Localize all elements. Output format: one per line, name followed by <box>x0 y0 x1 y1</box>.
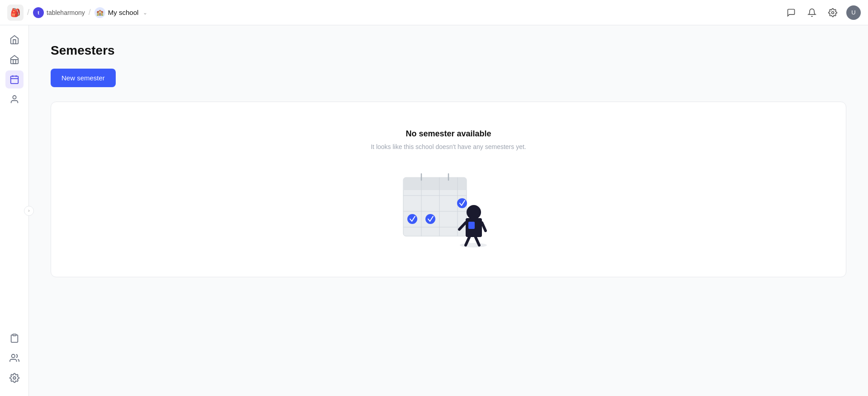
app-logo[interactable]: 🎒 <box>7 5 24 21</box>
chat-button[interactable] <box>784 5 798 20</box>
svg-rect-12 <box>403 186 467 190</box>
svg-point-0 <box>832 11 834 14</box>
sidebar-item-school[interactable] <box>5 51 24 69</box>
settings-button[interactable] <box>826 5 840 20</box>
empty-subtitle: It looks like this school doesn't have a… <box>371 143 526 150</box>
org-avatar: t <box>33 7 44 18</box>
svg-point-8 <box>11 354 14 358</box>
empty-illustration <box>399 168 498 250</box>
topnav: 🎒 / t tableharmony / 🏫 My school ⌄ U <box>0 0 868 25</box>
svg-point-24 <box>460 243 487 247</box>
app-layout: › Semesters New semester No semester ava… <box>0 25 868 396</box>
sidebar: › <box>0 25 29 396</box>
breadcrumb-school[interactable]: 🏫 My school ⌄ <box>94 7 148 18</box>
sidebar-item-home[interactable] <box>5 31 24 49</box>
breadcrumb-sep-2: / <box>89 8 91 17</box>
main-content: Semesters New semester No semester avail… <box>29 25 868 396</box>
svg-point-9 <box>13 377 16 379</box>
school-label: My school <box>108 9 139 16</box>
svg-rect-2 <box>10 76 18 84</box>
sidebar-collapse-button[interactable]: › <box>24 206 34 216</box>
sidebar-bottom <box>5 329 24 391</box>
sidebar-item-clipboard[interactable] <box>5 329 24 347</box>
svg-point-21 <box>457 198 467 208</box>
breadcrumb-org[interactable]: t tableharmony <box>33 7 85 18</box>
user-initial: U <box>851 9 855 16</box>
breadcrumb-sep-1: / <box>27 8 29 17</box>
sidebar-item-team[interactable] <box>5 349 24 367</box>
svg-point-29 <box>467 205 481 219</box>
notifications-button[interactable] <box>805 5 819 20</box>
logo-icon: 🎒 <box>10 8 20 18</box>
new-semester-button[interactable]: New semester <box>51 69 116 87</box>
topnav-actions: U <box>784 5 861 20</box>
sidebar-item-calendar[interactable] <box>5 70 24 89</box>
svg-rect-7 <box>13 334 16 336</box>
sidebar-top <box>5 31 24 329</box>
svg-point-22 <box>407 214 417 224</box>
empty-state-card: No semester available It looks like this… <box>51 102 846 277</box>
svg-point-6 <box>13 96 16 99</box>
org-initial: t <box>38 10 39 15</box>
svg-line-31 <box>482 223 486 231</box>
svg-rect-1 <box>13 60 16 64</box>
sidebar-item-settings[interactable] <box>5 369 24 387</box>
empty-title: No semester available <box>406 129 491 139</box>
sidebar-item-person[interactable] <box>5 90 24 108</box>
chevron-down-icon: ⌄ <box>143 9 147 16</box>
school-avatar: 🏫 <box>94 7 105 18</box>
svg-point-23 <box>425 214 435 224</box>
user-avatar[interactable]: U <box>846 5 861 20</box>
chevron-right-icon: › <box>28 208 29 213</box>
org-label: tableharmony <box>47 9 85 16</box>
svg-rect-28 <box>468 222 475 229</box>
page-title: Semesters <box>51 43 846 58</box>
